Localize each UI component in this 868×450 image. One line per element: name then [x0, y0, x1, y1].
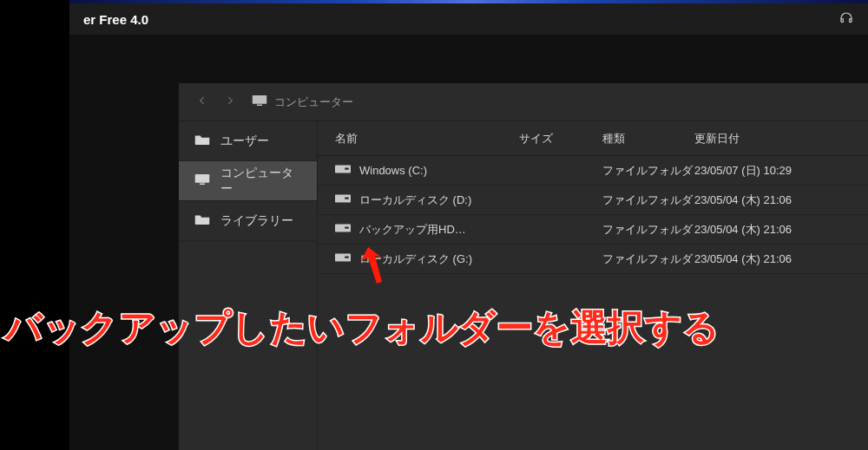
monitor-icon	[252, 95, 267, 109]
col-header-size[interactable]: サイズ	[519, 131, 602, 147]
drive-icon	[335, 164, 351, 177]
breadcrumb[interactable]: コンピューター	[252, 95, 353, 110]
sidebar: ユーザー コンピューター ライブラリー	[179, 121, 318, 450]
drive-date: 23/05/07 (日) 10:29	[694, 163, 868, 179]
col-header-date[interactable]: 更新日付	[694, 131, 868, 147]
col-header-type[interactable]: 種類	[602, 131, 694, 147]
drive-date: 23/05/04 (木) 21:06	[694, 192, 868, 208]
svg-rect-0	[253, 95, 267, 104]
headset-icon[interactable]	[838, 10, 854, 29]
drive-icon	[335, 252, 351, 265]
drive-type: ファイルフォルダ	[602, 251, 694, 267]
svg-rect-2	[195, 174, 210, 183]
annotation-text: バックアップしたいフォルダーを選択する	[5, 303, 720, 352]
folder-icon	[194, 213, 210, 228]
titlebar: er Free 4.0	[69, 3, 868, 35]
sidebar-item-label: ユーザー	[220, 134, 269, 149]
drive-icon	[335, 193, 351, 206]
svg-rect-1	[257, 105, 262, 107]
drive-date: 23/05/04 (木) 21:06	[694, 222, 868, 238]
breadcrumb-bar: コンピューター	[179, 83, 868, 121]
sidebar-item-users[interactable]: ユーザー	[179, 121, 317, 161]
svg-rect-5	[345, 168, 349, 170]
drive-name: Windows (C:)	[359, 164, 427, 177]
drive-name: ローカルディスク (G:)	[359, 251, 472, 267]
drive-type: ファイルフォルダ	[602, 192, 694, 208]
svg-rect-9	[345, 227, 349, 229]
svg-rect-7	[345, 198, 349, 199]
users-folder-icon	[194, 134, 210, 148]
sidebar-item-library[interactable]: ライブラリー	[179, 201, 317, 241]
sidebar-item-label: ライブラリー	[220, 213, 293, 229]
outer-panel: コンピューター ユーザー コンピューター	[69, 35, 868, 450]
table-row[interactable]: Windows (C:) ファイルフォルダ 23/05/07 (日) 10:29	[318, 156, 868, 186]
sidebar-item-computer[interactable]: コンピューター	[179, 161, 317, 201]
nav-back-button[interactable]	[196, 95, 208, 109]
svg-rect-11	[345, 257, 349, 258]
table-header-row: 名前 サイズ 種類 更新日付	[318, 121, 868, 156]
svg-rect-3	[200, 184, 205, 186]
table-row[interactable]: バックアップ用HD… ファイルフォルダ 23/05/04 (木) 21:06	[318, 215, 868, 245]
sidebar-item-label: コンピューター	[220, 166, 301, 197]
drive-name: ローカルディスク (D:)	[359, 192, 471, 208]
drive-type: ファイルフォルダ	[602, 163, 694, 179]
drive-type: ファイルフォルダ	[602, 222, 694, 238]
nav-forward-button[interactable]	[224, 95, 236, 109]
breadcrumb-label: コンピューター	[274, 95, 353, 110]
table-row[interactable]: ローカルディスク (D:) ファイルフォルダ 23/05/04 (木) 21:0…	[318, 186, 868, 215]
drive-table: 名前 サイズ 種類 更新日付 Windows (C:) ファイルフォルダ 23/…	[318, 121, 868, 450]
drive-icon	[335, 223, 351, 236]
drive-name: バックアップ用HD…	[359, 222, 466, 238]
app-title: er Free 4.0	[83, 12, 148, 27]
file-browser-panel: コンピューター ユーザー コンピューター	[179, 83, 868, 450]
monitor-icon	[194, 173, 210, 188]
drive-date: 23/05/04 (木) 21:06	[694, 251, 868, 267]
table-row[interactable]: ローカルディスク (G:) ファイルフォルダ 23/05/04 (木) 21:0…	[318, 245, 868, 274]
col-header-name[interactable]: 名前	[318, 131, 519, 147]
